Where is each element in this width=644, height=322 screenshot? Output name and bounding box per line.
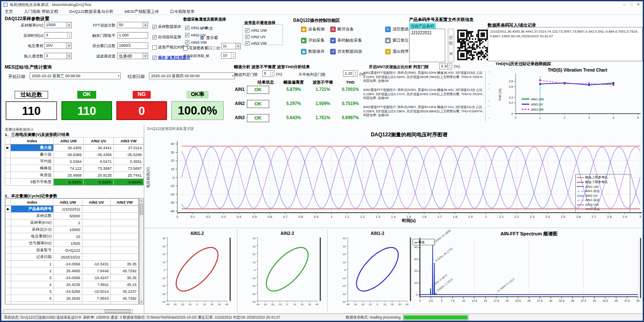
table-row[interactable]: 电压量程(V)10 <box>6 233 139 240</box>
scroll-up-icon[interactable]: ˄ <box>487 71 491 73</box>
start-acquire-button[interactable]: ▶开始采集 <box>301 36 325 44</box>
thd-value: 0.7001% <box>340 87 361 92</box>
table-row[interactable]: 3-24.0066-10.424735.35 <box>6 274 139 281</box>
history-replay-button[interactable]: ↺历史数据回放 <box>330 48 362 55</box>
barcode-trigger-button[interactable]: ⇄条码触发采集 <box>330 36 362 44</box>
param-checkbox-2[interactable]: ✓自动连续监测 <box>152 33 181 41</box>
layout-merge-checkbox[interactable]: 宽屏图表窗口二合一 <box>183 44 224 52</box>
menu-item-2[interactable]: 入门指南·帮助文档 <box>24 9 58 14</box>
table-row[interactable]: 信号频率(Hz)1/500 <box>6 240 139 247</box>
device-check-button[interactable]: ◉设备检测 <box>301 25 325 33</box>
layout-count-dropdown[interactable]: 11▾ <box>221 43 241 49</box>
table-row[interactable]: 有效值25.496825.913525.7441 <box>5 172 144 179</box>
table-row[interactable]: 5-24.5266-10.501435.2237 <box>6 288 139 295</box>
minimize-button[interactable]: — <box>622 2 627 7</box>
barcode-input[interactable]: JJ1022011 <box>409 29 445 62</box>
scroll-up-icon[interactable]: ▲ <box>140 199 143 203</box>
spinner-arrows-icon[interactable]: ▴▾ <box>231 53 235 58</box>
cell-value <box>111 213 139 220</box>
close-button[interactable]: ✕ <box>635 2 641 7</box>
table-row[interactable]: 626.26457.854345.7292 <box>6 295 139 302</box>
table-row[interactable]: 峰峰值74.12273.399773.5697 <box>5 165 144 172</box>
table-row[interactable]: 1-24.0066-10.343135.35 <box>6 261 139 268</box>
cell-value <box>82 233 111 240</box>
menu-item-3[interactable]: DAQ122数据采集与分析 <box>69 9 113 14</box>
param-field-6[interactable]: 1.000 <box>117 32 148 39</box>
menu-item-5[interactable]: 口令权限登录 <box>170 9 194 14</box>
param-dropdown-1[interactable]: 1/500▾ <box>44 22 72 28</box>
param-checkbox-1[interactable]: ✓采样数据保存 <box>152 23 181 30</box>
table-row[interactable]: 设备型号DAQ122 <box>6 247 139 254</box>
table-row[interactable]: 采样点(3-2)10000 <box>6 226 139 233</box>
exit-icon: ✕ <box>385 49 391 54</box>
db-record-text: JJ1022011,36.4305,36.4441,37.0114,74.122… <box>488 27 643 61</box>
table-row[interactable]: 3相不平衡度0.342%0.342%-0.664% <box>5 179 144 186</box>
menu-bar: 主页入门指南·帮助文档DAQ122数据采集与分析MES/产线配置上传口令权限登录 <box>1 8 643 15</box>
scrollbar-thumb[interactable] <box>140 204 143 215</box>
horizontal-scrollbar[interactable] <box>3 309 133 313</box>
single-shot-button[interactable]: ∪单次 <box>200 24 213 31</box>
thd-col-header: 波形不平衡 <box>310 80 336 85</box>
svg-text:30: 30 <box>218 303 221 306</box>
spinner-arrows-icon[interactable]: ▴▾ <box>270 71 274 76</box>
amplitude-threshold-spinner[interactable]: 5▴▾ <box>262 70 274 77</box>
spinner-arrows-icon[interactable]: ▴▾ <box>67 33 71 38</box>
table-row[interactable]: ▶最大值36.430536.444137.0114 <box>5 144 144 151</box>
print-button[interactable]: 打印▤ <box>448 29 454 62</box>
harmonic-threshold-spinner[interactable]: 2.10 ▴▾ <box>439 63 452 69</box>
table-row[interactable]: 采样点数50000 <box>6 213 139 220</box>
spinner-arrows-icon[interactable]: ▴▾ <box>353 71 357 76</box>
param-dropdown-3[interactable]: 10V▾ <box>44 42 72 49</box>
table2-vertical-scrollbar[interactable]: ▲ ▼ <box>139 198 144 304</box>
table-row[interactable]: 426.42357.891145.15 <box>6 281 139 288</box>
imbalance-threshold-spinner[interactable]: 1.10▴▾ <box>343 70 358 77</box>
scrollbar-thumb[interactable] <box>105 310 131 313</box>
spinner-arrows-icon[interactable]: ▴▾ <box>448 63 452 69</box>
menu-item-1[interactable]: 主页 <box>5 9 13 14</box>
svg-text:30: 30 <box>171 150 174 154</box>
param-spinner-2[interactable]: 3▴▾ <box>44 32 72 39</box>
maximize-button[interactable]: □ <box>629 2 634 7</box>
display-window-button[interactable]: ▥显示窗 <box>200 33 218 41</box>
table-row[interactable]: 记录日期2025/10/22 <box>6 254 139 261</box>
cell-value: 74.122 <box>54 165 84 172</box>
cell-value <box>82 213 111 220</box>
wave-channel-checkbox-3[interactable]: ✓AIN3 VW <box>245 39 267 47</box>
svg-text:2.3: 2.3 <box>530 215 534 219</box>
disconnect-button[interactable]: ⊘断开设备 <box>330 25 354 33</box>
exit-button[interactable]: ✕退出程序 <box>385 48 409 55</box>
cell-value <box>111 233 139 240</box>
thd-value: 1.509% <box>310 101 336 106</box>
start-date-field[interactable]: 2025-10-22 星期三 00:00:00 ▾ <box>30 72 121 79</box>
table-row[interactable]: 最小值-36.6366-35.4356-35.5299 <box>5 151 144 158</box>
end-date-field[interactable]: 2025-10-23 星期四 00:00:00 ▾ <box>149 72 235 79</box>
reset-window-button[interactable]: ▣窗口复位 <box>385 36 409 44</box>
param-dropdown-5[interactable]: 50▾ <box>117 22 148 28</box>
scroll-down-icon[interactable]: ▼ <box>140 300 143 304</box>
thd-row-channel: AIN3 <box>235 115 245 120</box>
svg-text:2.6: 2.6 <box>576 215 580 219</box>
scroll-down-icon[interactable]: ˅ <box>487 100 491 102</box>
param-dropdown-4[interactable]: 3▾ <box>44 53 72 59</box>
scroll-up-icon[interactable]: ˄ <box>487 105 491 108</box>
menu-item-4[interactable]: MES/产线配置上传 <box>125 9 159 14</box>
scroll-down-icon[interactable]: ˅ <box>487 117 491 120</box>
table-row[interactable]: 采样率(KHz)2 <box>6 220 139 226</box>
cell-value: 73.5697 <box>114 165 144 172</box>
param-dropdown-8[interactable]: 低通4阶▾ <box>117 53 148 59</box>
table-row[interactable]: 平均值0.03840.04710.3551 <box>5 158 144 165</box>
table-row[interactable]: 226.48657.844645.7292 <box>6 268 139 274</box>
scroll-down-icon[interactable]: ˅ <box>487 83 491 85</box>
svg-text:42.5: 42.5 <box>602 299 608 302</box>
table-row[interactable]: 7-24.2222-10.554735.1233 <box>6 302 139 305</box>
refresh-period-spinner[interactable]: 10▴▾ <box>221 52 236 59</box>
row-selector <box>6 261 11 268</box>
param-field-7[interactable]: 1900/2 <box>117 42 148 49</box>
checkbox-label: 自动连续监测 <box>158 35 181 39</box>
clear-chart-button[interactable]: ↻清空图表 <box>385 25 409 33</box>
save-data-button[interactable]: ▦数据保存 <box>301 48 325 55</box>
table-row[interactable]: ▶产品条码序号JJ1022011 <box>6 206 139 213</box>
cycle-record-table: IndexAIN1 UWAIN2 UVAIN3 VW▶产品条码序号JJ10220… <box>5 199 139 304</box>
svg-text:4: 4 <box>613 116 614 119</box>
scroll-up-icon[interactable]: ˄ <box>487 88 491 90</box>
